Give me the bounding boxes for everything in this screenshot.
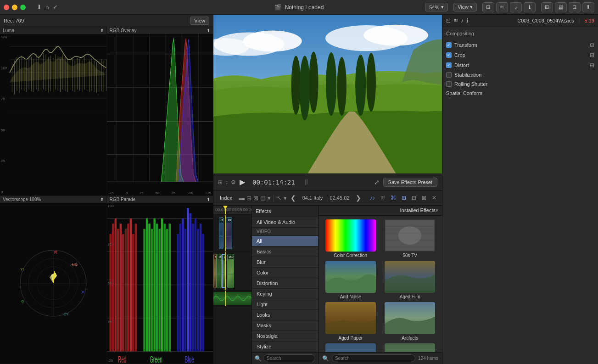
timeline-close-icon[interactable]: ✕	[430, 194, 438, 202]
rec-label: Rec. 709	[4, 18, 24, 23]
crop-expand-icon[interactable]: ⊟	[590, 52, 594, 58]
clip-icon-1[interactable]: ▬	[239, 195, 245, 202]
inspector-filename: C003_C003_0514WZacs	[517, 18, 574, 23]
effect-nostalgia[interactable]: Nostalgia	[252, 331, 318, 342]
effect-light[interactable]: Light	[252, 299, 318, 310]
transform-checkbox[interactable]	[446, 42, 452, 48]
effect-masks[interactable]: Masks	[252, 320, 318, 331]
inspector-tab-icons: ⊟ ≋ ♪ ℹ	[446, 17, 469, 24]
pause-button[interactable]: ⏸	[302, 178, 310, 186]
effect-card-thumb8[interactable]	[382, 343, 439, 353]
rgb-parade-svg: Red Green Blue	[107, 203, 213, 364]
toolbar-settings-icon[interactable]: ⚙	[231, 179, 236, 185]
effect-name-add-noise: Add Noise	[340, 294, 361, 299]
crop-checkbox[interactable]	[446, 52, 452, 58]
toolbar-left-icon[interactable]: ⊞	[218, 179, 223, 185]
layout-icon-3[interactable]: ⊟	[569, 2, 581, 12]
effect-color[interactable]: Color	[252, 268, 318, 278]
inspector-icon-3[interactable]: ♪	[461, 17, 464, 24]
landscape-bg	[213, 15, 442, 174]
play-button[interactable]: ▶	[240, 178, 245, 186]
installed-effects-chevron[interactable]: ▾	[436, 207, 438, 213]
effect-looks[interactable]: Looks	[252, 310, 318, 320]
clip-icon-3[interactable]: ⊠	[253, 195, 258, 202]
timeline-audio-icon[interactable]: ♪♪	[368, 194, 377, 202]
info-icon[interactable]: ℹ	[524, 2, 536, 12]
scopes-view-button[interactable]: View	[190, 17, 209, 25]
vectorscope-svg: R ·MG YL· ·B ·G ·CY	[17, 247, 90, 319]
audio-icon[interactable]: ♪	[510, 2, 522, 12]
timeline-connect-icon[interactable]: ⊞	[400, 194, 408, 202]
effect-all[interactable]: All	[252, 236, 318, 246]
track-1: B005_C007_05... B006_C017_0516RXs	[213, 215, 251, 252]
expand-icon[interactable]: ⤢	[374, 179, 380, 186]
minimize-button[interactable]	[12, 5, 17, 10]
effects-header: Effects	[252, 206, 318, 217]
effect-keying[interactable]: Keying	[252, 289, 318, 299]
clip-b006-bot[interactable]: B006_C008_0516HKbs	[217, 254, 222, 288]
view-button[interactable]: View ▾	[453, 3, 477, 11]
save-effects-preset-button[interactable]: Save Effects Preset	[383, 178, 437, 187]
vectorscope-title: Vectorscope 100% ⬆	[0, 196, 106, 203]
video-scope-icon[interactable]: ⊞	[482, 2, 494, 12]
effect-stylize[interactable]: Stylize	[252, 342, 318, 352]
svg-point-78	[300, 56, 310, 121]
clip-0150ws[interactable]: 0150Ws	[213, 254, 217, 288]
toolbar-arrow-icon[interactable]: ↕	[225, 179, 228, 185]
svg-text:Blue: Blue	[184, 354, 194, 364]
zoom-selector[interactable]: 54% ▾	[425, 3, 448, 11]
inspector-icon-1[interactable]: ⊟	[446, 17, 451, 24]
effect-basics[interactable]: Basics	[252, 246, 318, 257]
rgb-parade-export-icon[interactable]: ⬆	[207, 197, 210, 202]
clip-b006-top[interactable]: B006_C017_0516RXs	[226, 217, 232, 249]
timeline-zoom-icon[interactable]: ⊠	[420, 194, 428, 202]
waveform-icon[interactable]: ≋	[496, 2, 508, 12]
timeline-snap-icon[interactable]: ⊟	[410, 194, 418, 202]
transform-expand-icon[interactable]: ⊟	[590, 42, 594, 48]
rgb-overlay-export-icon[interactable]: ⬆	[207, 28, 210, 33]
effect-card-aged-paper[interactable]: Aged Paper	[322, 302, 379, 341]
fullscreen-button[interactable]	[20, 5, 26, 10]
inspector-icon-2[interactable]: ≋	[453, 17, 458, 24]
effect-card-50s-tv[interactable]: 50s TV	[382, 219, 439, 258]
download-icon[interactable]: ⬇	[37, 4, 42, 11]
effect-blur[interactable]: Blur	[252, 257, 318, 268]
timeline-right-tools: ♪♪ ≋ ⌘ ⊞ ⊟ ⊠ ✕	[368, 194, 438, 202]
timeline-clip-icon[interactable]: ≋	[379, 194, 387, 202]
clip-icon-2[interactable]: ⊟	[246, 195, 251, 202]
effect-distortion[interactable]: Distortion	[252, 278, 318, 289]
effect-card-thumb7[interactable]	[322, 343, 379, 353]
effect-card-color-correction[interactable]: Color Correction	[322, 219, 379, 258]
effect-card-artifacts[interactable]: Artifacts	[382, 302, 439, 341]
nav-left-button[interactable]: ❮	[291, 194, 296, 202]
stabilization-checkbox[interactable]	[446, 72, 452, 78]
luma-content: 120 100 75 50 25 0	[0, 34, 106, 195]
effects-search-input[interactable]	[263, 354, 315, 362]
distort-checkbox[interactable]	[446, 62, 452, 68]
arrow-tool[interactable]: ↖	[277, 195, 282, 202]
blade-tool[interactable]: ▾	[284, 195, 287, 202]
nav-right-button[interactable]: ❯	[356, 194, 361, 202]
timeline-main: 00:01:10:00 00:01:15:00 00:01:20:00	[213, 206, 251, 364]
clip-a007[interactable]: A007_C017_0515BGs	[227, 254, 234, 288]
export-icon[interactable]: ⬆	[582, 2, 594, 12]
effect-card-aged-film[interactable]: Aged Film	[382, 261, 439, 299]
layout-icon-1[interactable]: ⊞	[541, 2, 553, 12]
close-button[interactable]	[4, 5, 9, 10]
check-icon[interactable]: ✓	[53, 4, 58, 11]
clip-b005[interactable]: B005_C007_05...	[219, 217, 224, 249]
chevron-down-icon[interactable]: ▾	[268, 195, 271, 202]
inspector-icon-4[interactable]: ℹ	[466, 17, 469, 24]
luma-export-icon[interactable]: ⬆	[100, 28, 104, 33]
vectorscope-export-icon[interactable]: ⬆	[100, 197, 104, 202]
timeline-headphone-icon[interactable]: ⌘	[389, 194, 398, 202]
effects-footer-search-input[interactable]	[332, 354, 415, 362]
key-icon[interactable]: ⌂	[45, 4, 49, 11]
layout-icon-2[interactable]: ▤	[555, 2, 567, 12]
rolling-shutter-checkbox[interactable]	[446, 81, 452, 87]
effect-card-add-noise[interactable]: Add Noise	[322, 261, 379, 299]
effect-all-video-audio[interactable]: All Video & Audio	[252, 217, 318, 228]
index-button[interactable]: Index	[217, 194, 235, 202]
distort-expand-icon[interactable]: ⊟	[590, 62, 594, 68]
clip-icon-4[interactable]: ▤	[260, 195, 266, 202]
